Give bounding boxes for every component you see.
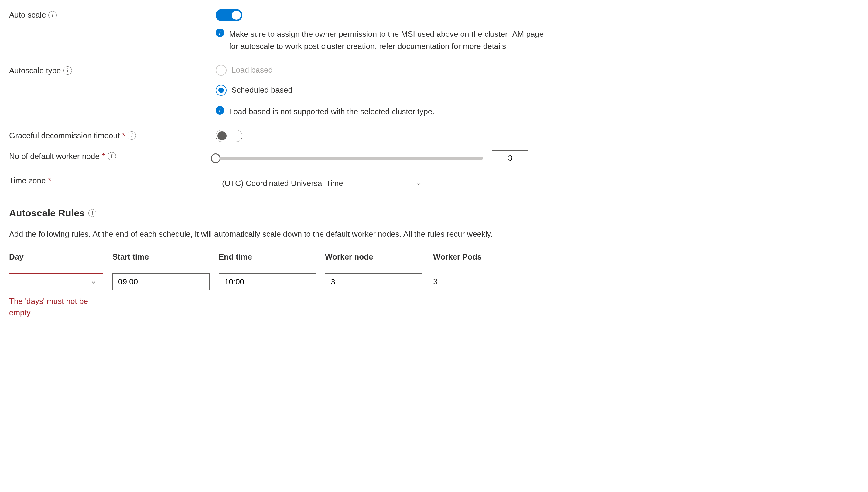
info-icon[interactable]: i [128,131,136,140]
required-star: * [102,152,105,161]
radio-label-load-based: Load based [231,65,273,75]
toggle-knob [232,10,241,20]
load-not-supported-msg: Load based is not supported with the sel… [229,105,434,118]
worker-pods-value: 3 [433,273,495,286]
toggle-knob [217,131,227,140]
radio-scheduled-based[interactable]: Scheduled based [216,85,859,96]
col-header-worker-node: Worker node [325,252,422,262]
autoscale-rules-heading: Autoscale Rules [9,207,85,219]
info-icon[interactable]: i [88,209,96,217]
col-header-start-time: Start time [112,252,210,262]
chevron-down-icon [90,278,97,285]
autoscale-msi-warning: Make sure to assign the owner permission… [229,27,550,53]
start-time-input[interactable] [112,273,210,290]
autoscale-rules-description: Add the following rules. At the end of e… [9,228,550,240]
worker-node-slider[interactable] [216,157,483,159]
timezone-label: Time zone [9,176,46,186]
graceful-decommission-label: Graceful decommission timeout [9,131,120,140]
info-badge-icon: i [216,29,224,37]
graceful-decommission-toggle[interactable] [216,130,242,142]
autoscale-toggle[interactable] [216,9,242,21]
radio-inner [218,88,224,93]
day-select[interactable] [9,273,103,290]
required-star: * [48,176,51,186]
col-header-end-time: End time [219,252,316,262]
info-icon[interactable]: i [63,66,72,75]
radio-circle [216,65,227,76]
info-icon[interactable]: i [107,152,116,161]
col-header-day: Day [9,252,103,262]
radio-circle [216,85,227,96]
radio-label-scheduled-based: Scheduled based [231,85,292,95]
worker-node-rule-input[interactable] [325,273,422,290]
autoscale-type-label: Autoscale type [9,66,61,75]
col-header-worker-pods: Worker Pods [433,252,495,262]
required-star: * [122,131,125,140]
worker-node-input[interactable] [492,150,528,166]
end-time-input[interactable] [219,273,316,290]
info-icon[interactable]: i [48,11,57,20]
default-worker-node-label: No of default worker node [9,152,100,161]
timezone-select[interactable]: (UTC) Coordinated Universal Time [216,175,428,192]
timezone-value: (UTC) Coordinated Universal Time [222,179,343,188]
slider-thumb[interactable] [211,153,220,163]
chevron-down-icon [415,180,422,187]
radio-load-based: Load based [216,65,859,76]
day-error-text: The 'days' must not be empty. [9,296,94,318]
info-badge-icon: i [216,106,224,115]
autoscale-label: Auto scale [9,10,46,20]
